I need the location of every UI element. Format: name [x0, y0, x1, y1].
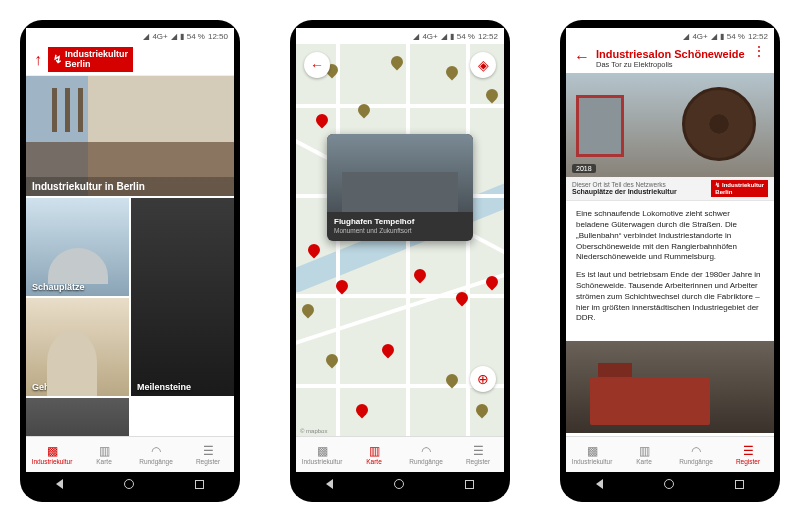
- nav-karte[interactable]: ▥Karte: [78, 437, 130, 472]
- crosshair-icon: ⊕: [477, 371, 489, 387]
- android-back-icon[interactable]: [326, 479, 333, 489]
- bottom-nav: ▩Industriekultur ▥Karte ◠Rundgänge ☰Regi…: [296, 436, 504, 472]
- map-icon: ▥: [639, 445, 650, 457]
- map-attribution: © mapbox: [300, 428, 327, 434]
- tile-meilensteine[interactable]: Meilensteine: [131, 198, 234, 396]
- back-button[interactable]: ←: [304, 52, 330, 78]
- android-home-icon[interactable]: [394, 479, 404, 489]
- hero-label: Industriekultur in Berlin: [26, 177, 234, 196]
- android-home-icon[interactable]: [124, 479, 134, 489]
- android-recent-icon[interactable]: [735, 480, 744, 489]
- clock: 12:52: [748, 32, 768, 41]
- nav-register[interactable]: ☰Register: [182, 437, 234, 472]
- locate-button[interactable]: ⊕: [470, 366, 496, 392]
- paragraph: Es ist laut und betriebsam Ende der 1980…: [576, 270, 764, 324]
- map-pin-icon[interactable]: [354, 402, 371, 419]
- nav-rundgaenge[interactable]: ◠Rundgänge: [130, 437, 182, 472]
- network-icon: ◢: [413, 32, 419, 41]
- network-text: Dieser Ort ist Teil des Netzwerks Schaup…: [572, 181, 677, 197]
- hero-tile[interactable]: Industriekultur in Berlin: [26, 76, 234, 196]
- chat-icon: ▩: [587, 445, 598, 457]
- bottom-nav: ▩Industriekultur ▥Karte ◠Rundgänge ☰Regi…: [26, 436, 234, 472]
- map-pin-icon[interactable]: [389, 54, 406, 71]
- detail-content[interactable]: 2018 Dieser Ort ist Teil des Netzwerks S…: [566, 73, 774, 436]
- battery-icon: ▮: [180, 32, 184, 41]
- map-icon: ▥: [99, 445, 110, 457]
- locomotive-graphic: [590, 377, 710, 425]
- map-content[interactable]: © mapbox ← ◈ ⊕ ZENTRALFLUGHAFEN Flughafe…: [296, 44, 504, 436]
- signal-icon: ◢: [441, 32, 447, 41]
- phone-detail: ◢ 4G+ ◢ ▮ 54 % 12:52 ← Industriesalon Sc…: [560, 20, 780, 502]
- tile-label: Schauplätze: [32, 282, 85, 292]
- article-body: Eine schnaufende Lokomotive zieht schwer…: [566, 201, 774, 339]
- android-back-icon[interactable]: [596, 479, 603, 489]
- nav-register[interactable]: ☰Register: [452, 437, 504, 472]
- tile-schauplaetze[interactable]: Schauplätze: [26, 198, 129, 296]
- status-bar: ◢ 4G+ ◢ ▮ 54 % 12:50: [26, 28, 234, 44]
- popup-image: ZENTRALFLUGHAFEN: [327, 134, 473, 212]
- network-type: 4G+: [152, 32, 167, 41]
- transformer-graphic: [576, 95, 624, 157]
- network-banner[interactable]: Dieser Ort ist Teil des Netzwerks Schaup…: [566, 177, 774, 201]
- headphone-icon: ◠: [691, 445, 701, 457]
- signal-icon: ◢: [711, 32, 717, 41]
- map-pin-icon[interactable]: [306, 242, 323, 259]
- phone-map: ◢ 4G+ ◢ ▮ 54 % 12:52: [290, 20, 510, 502]
- nav-label: Industriekultur: [32, 458, 73, 465]
- hero-image: 2018: [566, 73, 774, 177]
- nav-industriekultur[interactable]: ▩Industriekultur: [26, 437, 78, 472]
- nav-label: Register: [196, 458, 220, 465]
- network-name: Schauplätze der Industriekultur: [572, 188, 677, 195]
- nav-label: Rundgänge: [409, 458, 443, 465]
- nav-karte[interactable]: ▥Karte: [618, 437, 670, 472]
- nav-industriekultur[interactable]: ▩Industriekultur: [296, 437, 348, 472]
- headphone-icon: ◠: [421, 445, 431, 457]
- screen: ◢ 4G+ ◢ ▮ 54 % 12:50 ↑ ↯ Industriekultur…: [26, 28, 234, 472]
- brand-text: IndustriekulturBerlin: [65, 50, 128, 69]
- nav-label: Rundgänge: [139, 458, 173, 465]
- map-pin-icon[interactable]: [412, 267, 429, 284]
- network-icon: ◢: [143, 32, 149, 41]
- app-header: ↑ ↯ IndustriekulturBerlin: [26, 44, 234, 76]
- android-home-icon[interactable]: [664, 479, 674, 489]
- layers-button[interactable]: ◈: [470, 52, 496, 78]
- map-popup[interactable]: ZENTRALFLUGHAFEN Flughafen Tempelhof Mon…: [327, 134, 473, 241]
- map-pin-icon[interactable]: [444, 64, 461, 81]
- status-bar: ◢ 4G+ ◢ ▮ 54 % 12:52: [566, 28, 774, 44]
- popup-title: Flughafen Tempelhof: [334, 217, 466, 226]
- more-menu-icon[interactable]: ⋮: [752, 48, 766, 55]
- network-icon: ◢: [683, 32, 689, 41]
- nav-rundgaenge[interactable]: ◠Rundgänge: [400, 437, 452, 472]
- map-pin-icon[interactable]: [484, 87, 501, 104]
- map-pin-icon[interactable]: [314, 112, 331, 129]
- headphone-icon: ◠: [151, 445, 161, 457]
- cable-spool-graphic: [682, 87, 756, 161]
- road: [296, 294, 504, 298]
- android-nav: [566, 472, 774, 496]
- android-recent-icon[interactable]: [465, 480, 474, 489]
- nav-register[interactable]: ☰Register: [722, 437, 774, 472]
- bottom-nav: ▩Industriekultur ▥Karte ◠Rundgänge ☰Regi…: [566, 436, 774, 472]
- tile-extra[interactable]: [26, 398, 129, 436]
- chat-icon: ▩: [317, 445, 328, 457]
- nav-rundgaenge[interactable]: ◠Rundgänge: [670, 437, 722, 472]
- up-arrow-icon[interactable]: ↑: [34, 51, 42, 69]
- nav-karte[interactable]: ▥Karte: [348, 437, 400, 472]
- map-pin-icon[interactable]: [300, 302, 317, 319]
- road: [296, 104, 504, 108]
- tile-geheimtipps[interactable]: Geheimtipps: [26, 298, 129, 396]
- tile-label: Geheimtipps: [32, 382, 87, 392]
- back-arrow-icon[interactable]: ←: [574, 48, 590, 66]
- list-icon: ☰: [203, 445, 214, 457]
- android-back-icon[interactable]: [56, 479, 63, 489]
- home-content: Industriekultur in Berlin Schauplätze Me…: [26, 76, 234, 436]
- android-recent-icon[interactable]: [195, 480, 204, 489]
- map-pin-icon[interactable]: [474, 402, 491, 419]
- android-nav: [26, 472, 234, 496]
- nav-label: Register: [736, 458, 760, 465]
- map-pin-icon[interactable]: [380, 342, 397, 359]
- nav-industriekultur[interactable]: ▩Industriekultur: [566, 437, 618, 472]
- brand-logo[interactable]: ↯ IndustriekulturBerlin: [48, 47, 133, 72]
- nav-label: Rundgänge: [679, 458, 713, 465]
- layers-icon: ◈: [478, 57, 489, 73]
